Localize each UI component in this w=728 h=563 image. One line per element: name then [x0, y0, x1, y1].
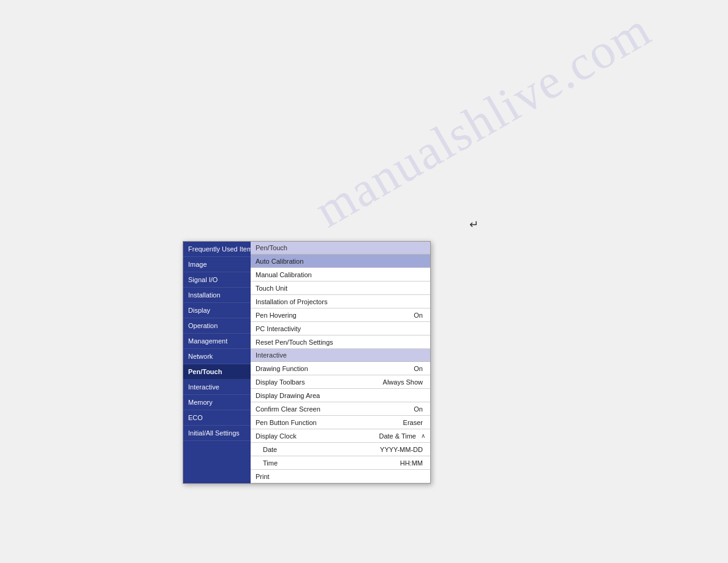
interactive-row[interactable]: Display ToolbarsAlways Show [251, 375, 430, 389]
sidebar-item-management[interactable]: Management [183, 334, 251, 349]
row-label: Drawing Function [256, 365, 414, 372]
interactive-row[interactable]: Display Drawing Area [251, 389, 430, 402]
sidebar-item-network[interactable]: Network [183, 349, 251, 364]
sidebar-item-pen-touch[interactable]: Pen/Touch [183, 364, 251, 380]
watermark: manualshlive.com [306, 1, 661, 239]
row-value: On [414, 365, 423, 372]
sidebar-item-image[interactable]: Image [183, 257, 251, 272]
row-label: Installation of Projectors [256, 298, 425, 305]
interactive-row[interactable]: Confirm Clear ScreenOn [251, 402, 430, 416]
content-panel: Pen/TouchAuto CalibrationManual Calibrat… [251, 242, 430, 483]
row-value: YYYY-MM-DD [380, 446, 423, 453]
row-label: Time [263, 459, 400, 467]
sidebar-item-operation[interactable]: Operation [183, 318, 251, 334]
row-label: Print [256, 473, 425, 480]
sidebar-item-interactive[interactable]: Interactive [183, 380, 251, 395]
pen-touch-row[interactable]: PC Interactivity [251, 322, 430, 335]
pen-touch-row[interactable]: Touch Unit [251, 282, 430, 295]
pen-touch-row[interactable]: Pen HoveringOn [251, 308, 430, 322]
expand-arrow-icon: ∧ [421, 432, 425, 439]
interactive-header: Interactive [251, 349, 430, 362]
row-value: On [414, 405, 423, 413]
row-value: HH:MM [400, 459, 423, 467]
row-label: Display Clock [256, 432, 379, 440]
sidebar-item-memory[interactable]: Memory [183, 395, 251, 410]
pen-touch-row[interactable]: Installation of Projectors [251, 295, 430, 308]
row-label: Manual Calibration [256, 271, 425, 278]
row-value: On [414, 312, 423, 319]
interactive-row[interactable]: DateYYYY-MM-DD [251, 443, 430, 456]
sidebar-item-initial-all-settings[interactable]: Initial/All Settings [183, 426, 251, 441]
row-label: Pen Button Function [256, 419, 403, 426]
pen-touch-row[interactable]: Reset Pen/Touch Settings [251, 335, 430, 349]
row-value: Date & Time [379, 432, 416, 440]
row-label: Confirm Clear Screen [256, 405, 414, 413]
row-label: Touch Unit [256, 285, 425, 292]
interactive-row[interactable]: TimeHH:MM [251, 456, 430, 470]
row-label: Display Drawing Area [256, 392, 425, 399]
row-label: Display Toolbars [256, 378, 383, 386]
row-label: Pen Hovering [256, 312, 414, 319]
row-label: Date [263, 446, 380, 453]
sidebar-item-signal-io[interactable]: Signal I/O [183, 272, 251, 288]
pen-touch-row[interactable]: Manual Calibration [251, 268, 430, 282]
sidebar-item-frequently-used-items[interactable]: Frequently Used Items [183, 242, 251, 257]
interactive-row[interactable]: Pen Button FunctionEraser [251, 416, 430, 429]
row-value: Eraser [403, 419, 423, 426]
interactive-row[interactable]: Display ClockDate & Time∧ [251, 429, 430, 443]
row-label: Reset Pen/Touch Settings [256, 339, 425, 346]
interactive-row[interactable]: Print [251, 470, 430, 483]
sidebar-item-display[interactable]: Display [183, 303, 251, 318]
sidebar-item-installation[interactable]: Installation [183, 288, 251, 303]
sidebar: Frequently Used ItemsImageSignal I/OInst… [183, 242, 251, 483]
pen-touch-header: Pen/Touch [251, 242, 430, 255]
row-value: Always Show [383, 378, 423, 386]
sidebar-item-eco[interactable]: ECO [183, 410, 251, 426]
row-label: PC Interactivity [256, 325, 425, 332]
menu-container: Frequently Used ItemsImageSignal I/OInst… [183, 241, 431, 484]
return-arrow-top: ↵ [469, 218, 479, 231]
interactive-row[interactable]: Drawing FunctionOn [251, 362, 430, 375]
row-label: Auto Calibration [256, 258, 425, 265]
pen-touch-row[interactable]: Auto Calibration [251, 255, 430, 268]
